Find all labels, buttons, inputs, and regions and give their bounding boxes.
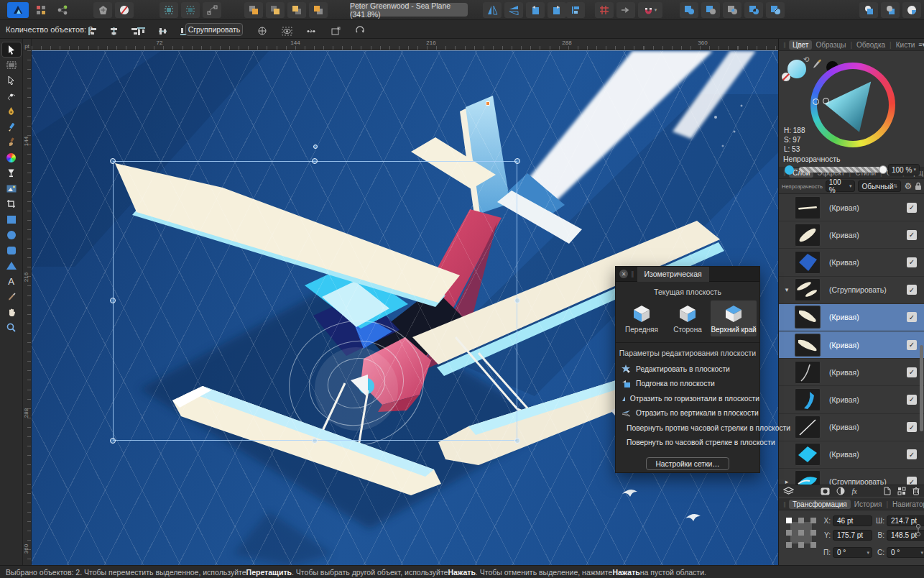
move-to-back-icon[interactable] [309,2,328,18]
plane-front-button[interactable]: Передняя [619,301,665,336]
grid-icon[interactable] [595,2,614,18]
layer-visibility-checkbox[interactable]: ✓ [907,395,917,405]
isometric-panel-titlebar[interactable]: ✕ ∥ Изометрическая [616,267,759,282]
layer-visibility-checkbox[interactable]: ✓ [907,230,917,240]
transform-shear-dropdown[interactable]: 0 °▾ [833,547,872,558]
boolean-subtract-icon[interactable] [701,2,720,18]
layer-row[interactable]: (Кривая) ✓ [779,194,924,221]
ellipse-tool[interactable] [1,227,22,243]
transform-y-input[interactable]: 175.7 pt [833,530,872,541]
flip-horizontal-icon[interactable] [483,2,502,18]
selection-handle[interactable] [514,158,520,164]
app-logo-icon[interactable] [7,2,29,18]
align-left-icon[interactable] [83,23,101,39]
transform-separately-icon[interactable] [302,23,320,39]
tab-brushes[interactable]: Кисти [892,40,919,50]
rounded-rectangle-tool[interactable] [1,243,22,259]
zoom-tool[interactable] [1,320,22,336]
color-tool[interactable] [1,150,22,166]
menu-item-rotate-cw-plane[interactable]: Повернуть по часовой стрелке в плоскости [616,436,759,451]
selection-bounding-box[interactable] [113,161,517,441]
node-tool[interactable] [1,73,22,88]
layers-opacity-dropdown[interactable]: 100 %▾ [826,180,856,192]
alignment-icon[interactable] [566,2,585,18]
pencil-tool[interactable] [1,119,22,135]
layer-visibility-checkbox[interactable]: ✓ [907,340,917,350]
insert-behind-icon[interactable] [859,2,878,18]
panel-menu-icon[interactable]: ≡▾ [918,41,924,48]
selected-node[interactable] [486,101,490,106]
rotation-center-icon[interactable] [253,23,272,39]
boolean-divide-icon[interactable] [766,2,785,18]
menu-item-flip-vertical-plane[interactable]: Отразить по вертикали в плоскости [616,406,759,421]
layer-row[interactable]: (Кривая) ✓ [779,414,924,441]
layer-visibility-checkbox[interactable]: ✓ [907,477,917,485]
crop-tool[interactable] [1,196,22,212]
stroke-badge-icon[interactable] [93,2,112,18]
grid-settings-button[interactable]: Настройки сетки… [646,457,729,470]
align-center-icon[interactable] [104,23,123,39]
pixel-persona-icon[interactable] [32,2,50,18]
layer-visibility-checkbox[interactable]: ✓ [907,312,917,322]
snap-bounds-icon[interactable] [160,2,178,18]
artboard-tool[interactable] [1,58,22,73]
rotate-right-icon[interactable] [548,2,566,18]
move-by-whole-pixels-icon[interactable] [616,2,635,18]
boolean-intersect-icon[interactable] [723,2,741,18]
flip-vertical-icon[interactable] [504,2,523,18]
close-icon[interactable]: ✕ [619,270,628,278]
hide-selection-icon[interactable] [277,23,296,39]
document-title[interactable]: Peter Greenwood - Sea Plane (341.8%) [350,3,468,17]
layers-scrollbar[interactable] [920,345,923,431]
menu-item-edit-in-plane[interactable]: Редактировать в плоскости [616,362,759,377]
snapping-magnet-icon[interactable]: ▾ [638,2,662,18]
layer-row[interactable]: (Кривая) ✓ [779,359,924,386]
triangle-tool[interactable] [1,258,22,274]
selection-handle[interactable] [110,438,116,444]
text-tool[interactable]: A [1,274,22,290]
horizontal-ruler[interactable]: 72 144 216 288 360 [32,39,778,50]
snap-geometry-icon[interactable] [203,2,221,18]
fill-tool[interactable] [1,165,22,181]
menu-item-rotate-ccw-plane[interactable]: Повернуть против часовой стрелки в плоск… [616,421,759,436]
place-image-tool[interactable] [1,181,22,197]
layer-row[interactable]: (Кривая) ✓ [779,386,924,413]
adjustment-icon[interactable] [836,487,845,495]
layer-visibility-checkbox[interactable]: ✓ [907,367,917,377]
plane-side-button[interactable]: Сторона [665,301,711,336]
insert-inside-icon[interactable] [902,2,921,18]
link-dimensions-icon[interactable] [915,523,921,538]
menu-item-fit-to-plane[interactable]: Подгонка по плоскости [616,377,759,392]
layer-effects-icon[interactable]: fx [851,487,856,495]
layer-visibility-checkbox[interactable]: ✓ [907,203,917,213]
opacity-slider-knob[interactable] [879,165,887,174]
opacity-value-dropdown[interactable]: 100 %▾ [888,164,920,175]
export-persona-icon[interactable] [53,2,72,18]
expand-arrow-icon[interactable]: ▸ [779,478,795,485]
layer-row-group[interactable]: ▸ (Сгруппировать) ✓ [779,469,924,485]
rectangle-tool[interactable] [1,212,22,228]
vertical-ruler[interactable]: 144 216 288 360 [23,50,32,565]
layer-visibility-checkbox[interactable]: ✓ [907,257,917,267]
layer-visibility-checkbox[interactable]: ✓ [907,422,917,432]
delete-layer-icon[interactable] [913,487,920,495]
color-wheel[interactable] [810,63,895,147]
rotate-left-icon[interactable] [526,2,545,18]
layers-stack-icon[interactable] [783,487,794,495]
insert-on-top-icon[interactable] [881,2,900,18]
hue-marker[interactable] [813,98,819,105]
no-fill-swatch[interactable] [782,73,790,81]
vector-brush-tool[interactable] [1,134,22,150]
layer-visibility-checkbox[interactable]: ✓ [907,285,917,295]
tab-stroke[interactable]: Обводка [853,40,889,50]
selection-handle[interactable] [514,298,520,303]
align-middle-icon[interactable] [153,23,172,39]
move-backward-icon[interactable] [287,2,306,18]
group-button[interactable]: Сгруппировать [185,23,243,36]
menu-item-flip-horizontal-plane[interactable]: Отразить по горизонтали в плоскости [616,391,759,406]
new-layer-icon[interactable] [884,487,891,495]
selection-handle[interactable] [110,298,116,303]
point-transform-tool[interactable] [1,88,22,104]
transform-x-input[interactable]: 46 pt [833,515,872,526]
layer-row-selected[interactable]: (Кривая) ✓ [779,304,924,331]
